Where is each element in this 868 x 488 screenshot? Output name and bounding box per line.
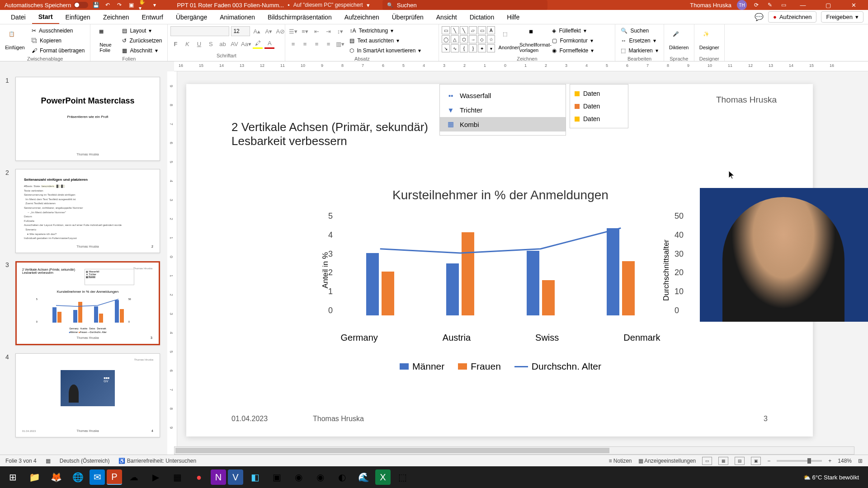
display-settings-button[interactable]: ▦ Anzeigeeinstellungen [638, 458, 696, 464]
maximize-button[interactable]: ▢ [818, 0, 838, 10]
user-name[interactable]: Thomas Hruska [690, 2, 731, 9]
fit-to-window-button[interactable]: ⊞ [858, 458, 863, 464]
app-icon[interactable]: ⬚ [392, 467, 412, 487]
slideshow-view-button[interactable]: ▣ [751, 457, 761, 465]
bullets-button[interactable]: ☰▾ [288, 26, 298, 36]
firefox-icon[interactable]: 🦊 [46, 467, 66, 487]
chart[interactable]: Kursteilnehmer in % der Anmeldungen 5432… [304, 188, 697, 372]
shapes-gallery[interactable]: ▭╲╲▱▭A ◯△⬡→◇☆ ↘∿{}✦▾ [442, 26, 495, 52]
shadow-button[interactable]: ab [217, 39, 227, 49]
justify-button[interactable]: ≡ [323, 39, 333, 49]
select-button[interactable]: ⬚Markieren▾ [618, 46, 660, 55]
slide-thumbnail-1[interactable]: PowerPoint Masterclass Präsentieren wie … [15, 77, 160, 161]
shape-effects-button[interactable]: ◉Formeffekte▾ [549, 46, 596, 55]
menu-uebergaenge[interactable]: Übergänge [170, 11, 213, 23]
chrome-icon[interactable]: 🌐 [68, 467, 88, 487]
toggle-switch-icon[interactable] [74, 2, 88, 8]
font-combo[interactable] [170, 26, 229, 36]
undo-icon[interactable]: ↶ [104, 1, 112, 9]
reset-button[interactable]: ↺Zurücksetzen [119, 36, 165, 45]
app-icon[interactable]: ▣ [267, 467, 287, 487]
vlc-icon[interactable]: ▶ [146, 467, 165, 487]
redo-icon[interactable]: ↷ [115, 1, 123, 9]
slide-indicator[interactable]: Folie 3 von 4 [5, 458, 37, 464]
menu-einfuegen[interactable]: Einfügen [59, 11, 97, 23]
normal-view-button[interactable]: ▭ [702, 457, 712, 465]
chart-type-trichter[interactable]: ▼Trichter [440, 103, 566, 117]
menu-animationen[interactable]: Animationen [213, 11, 261, 23]
menu-entwurf[interactable]: Entwurf [135, 11, 169, 23]
save-icon[interactable]: 💾 [92, 1, 100, 9]
change-case-button[interactable]: Aa▾ [241, 39, 251, 49]
slide-thumbnail-2[interactable]: Seitenanzahl einfügen und platzieren #Ba… [15, 169, 160, 253]
scrollbar-thumb[interactable] [175, 448, 609, 453]
align-text-button[interactable]: ▤Text ausrichten▾ [347, 36, 424, 45]
paste-button[interactable]: 📋Einfügen [3, 26, 27, 55]
obs-icon[interactable]: ◉ [288, 467, 308, 487]
menu-hilfe[interactable]: Hilfe [500, 11, 526, 23]
horizontal-scrollbar[interactable] [174, 446, 854, 455]
app-icon[interactable]: ▦ [167, 467, 187, 487]
chevron-down-icon[interactable]: ▾ [367, 2, 370, 9]
minimize-button[interactable]: — [793, 0, 813, 10]
decrease-font-icon[interactable]: A▾ [264, 26, 274, 36]
copy-button[interactable]: ⿻Kopieren [29, 36, 87, 45]
dictate-button[interactable]: 🎤Diktieren [667, 26, 691, 55]
start-button[interactable]: ⊞ [3, 467, 23, 487]
quick-styles-button[interactable]: ◼Schnellformat- vorlagen [523, 26, 547, 55]
outlook-icon[interactable]: ✉ [90, 469, 105, 485]
menu-ansicht[interactable]: Ansicht [430, 11, 463, 23]
slide-thumbnail-4[interactable]: Thomas Hruska ■■■GV 01.04.2023 4 Thomas … [15, 353, 160, 437]
align-center-button[interactable]: ≡ [300, 39, 310, 49]
onenote-icon[interactable]: N [211, 469, 226, 485]
chart-type-wasserfall[interactable]: ▪▪Wasserfall [440, 88, 566, 103]
highlight-button[interactable]: 🖍 [253, 39, 263, 49]
record-button[interactable]: Aufzeichnen [768, 11, 816, 23]
char-spacing-button[interactable]: AV [229, 39, 239, 49]
font-size-combo[interactable] [231, 26, 250, 36]
align-right-button[interactable]: ≡ [311, 39, 321, 49]
close-button[interactable]: ✕ [844, 0, 863, 10]
window-icon[interactable]: ▭ [779, 1, 788, 9]
italic-button[interactable]: K [182, 39, 192, 49]
designer-button[interactable]: ✨Designer [697, 26, 722, 55]
numbering-button[interactable]: ≡▾ [300, 26, 310, 36]
powerpoint-icon[interactable]: P [107, 469, 122, 485]
menu-aufzeichnen[interactable]: Aufzeichnen [338, 11, 386, 23]
search-input[interactable]: Suchen [382, 0, 547, 10]
app-icon[interactable]: ◐ [332, 467, 352, 487]
accessibility-check[interactable]: ♿ Barrierefreiheit: Untersuchen [118, 458, 196, 464]
underline-button[interactable]: U [194, 39, 204, 49]
app-icon[interactable]: ◧ [245, 467, 265, 487]
cut-button[interactable]: ✂Ausschneiden [29, 26, 87, 35]
menu-start[interactable]: Start [32, 10, 59, 24]
chart-type-kombi[interactable]: ▦Kombi [440, 117, 566, 131]
slide-thumbnail-3[interactable]: 2 Vertikale Achsen (Primär, sekundär) Le… [15, 261, 160, 345]
sync-icon[interactable]: ⟳ [752, 1, 760, 9]
text-direction-button[interactable]: ↕ATextrichtung▾ [347, 26, 424, 35]
qat-more-icon[interactable]: ▾ [151, 1, 159, 9]
touch-icon[interactable]: ✋▾ [139, 1, 147, 9]
replace-button[interactable]: ↔Ersetzen▾ [618, 36, 660, 45]
explorer-icon[interactable]: 📁 [24, 467, 44, 487]
autosave-toggle[interactable]: Automatisches Speichern [5, 2, 88, 9]
sorter-view-button[interactable]: ▦ [718, 457, 728, 465]
excel-icon[interactable]: X [375, 469, 391, 485]
increase-font-icon[interactable]: A▴ [252, 26, 262, 36]
edge-icon[interactable]: 🌊 [354, 467, 373, 487]
bold-button[interactable]: F [170, 39, 180, 49]
shape-fill-button[interactable]: ◈Fülleffekt▾ [549, 26, 596, 35]
draw-icon[interactable]: ✎ [766, 1, 774, 9]
language-indicator[interactable]: Deutsch (Österreich) [60, 458, 110, 464]
user-avatar[interactable]: TH [737, 0, 747, 10]
new-slide-button[interactable]: ▦Neue Folie [93, 26, 118, 55]
share-button[interactable]: Freigeben ▾ [821, 11, 863, 23]
find-button[interactable]: 🔍Suchen [618, 26, 660, 35]
shape-outline-button[interactable]: ▢Formkontur▾ [549, 36, 596, 45]
layout-button[interactable]: ▤Layout▾ [119, 26, 165, 35]
slide-thumbnails-panel[interactable]: 1 PowerPoint Masterclass Präsentieren wi… [0, 71, 167, 488]
menu-dictation[interactable]: Dictation [463, 11, 500, 23]
app-icon[interactable]: ◉ [310, 467, 330, 487]
format-painter-button[interactable]: 🖌Format übertragen [29, 46, 87, 55]
visio-icon[interactable]: V [228, 469, 243, 485]
